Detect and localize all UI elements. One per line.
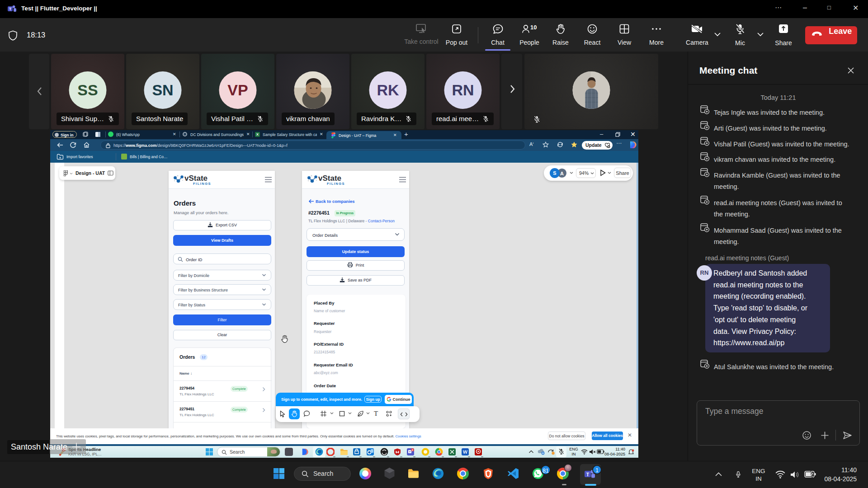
svg-text:T: T (9, 7, 12, 11)
svg-text:FILINGS: FILINGS (327, 182, 345, 186)
svg-text:T: T (409, 450, 411, 453)
svg-text:FILINGS: FILINGS (193, 182, 211, 186)
svg-text:T: T (586, 472, 590, 477)
svg-text:10: 10 (530, 24, 537, 31)
